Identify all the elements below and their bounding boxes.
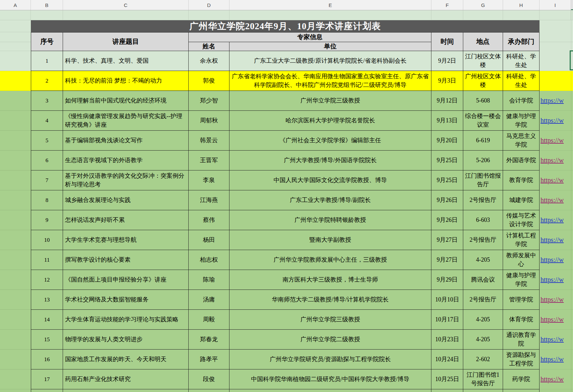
lecture-link[interactable]: https://w — [541, 196, 564, 204]
cell-name[interactable]: 杨田 — [189, 230, 229, 250]
cell-name[interactable]: 段俊 — [189, 369, 229, 389]
cell-time[interactable]: 9月25日 — [431, 170, 463, 190]
cell-unit[interactable]: 广州华立学院研究员/资源勘探与工程学院院长 — [229, 350, 431, 369]
empty-cell[interactable] — [503, 10, 540, 20]
cell-name[interactable]: 王晋军 — [189, 151, 229, 170]
header-topic[interactable]: 讲座题目 — [63, 32, 189, 51]
cell-place[interactable]: 广州校区文体楼 — [463, 71, 503, 91]
cell-link[interactable] — [540, 71, 573, 91]
lecture-link[interactable]: https://w — [541, 117, 564, 124]
cell-no[interactable]: 12 — [31, 270, 63, 290]
cell-unit[interactable]: 暨南大学副教授 — [229, 230, 431, 250]
column-header-D[interactable]: D — [189, 0, 229, 10]
cell-place[interactable]: 2号报告厅 — [463, 230, 503, 250]
cell-topic[interactable] — [63, 389, 189, 392]
lecture-link[interactable]: https://w — [541, 336, 564, 343]
cell-unit[interactable] — [229, 389, 431, 392]
cell-unit[interactable]: 广东省老科学家协会会长、华南应用微生物国家重点实验室主任、原广东省科学院副院长、… — [229, 71, 431, 91]
cell-unit[interactable]: 广州华立学院特聘银龄教授 — [229, 210, 431, 230]
cell-place[interactable]: 江门图书馆1号报告厅 — [463, 369, 503, 389]
cell-time[interactable]: 9月2日 — [431, 51, 463, 71]
column-header-F[interactable]: F — [431, 0, 463, 10]
cell-no[interactable]: 16 — [31, 350, 63, 369]
cell-link[interactable]: https://w — [540, 330, 573, 350]
cell-topic[interactable]: 生态语言学视域下的外语教学 — [63, 151, 189, 170]
cell-unit[interactable]: 华南师范大学二级教授/博导/计算机学院院长 — [229, 290, 431, 310]
cell-place[interactable]: 4-205 — [463, 330, 503, 350]
cell-link[interactable]: https://w — [540, 350, 573, 369]
cell-name[interactable]: 蔡伟 — [189, 210, 229, 230]
cell-dept[interactable]: 健康与护理学院 — [503, 270, 540, 290]
header-place[interactable]: 地点 — [463, 32, 503, 51]
cell-dept[interactable]: 城建学院 — [503, 190, 540, 210]
header-time[interactable]: 时间 — [431, 32, 463, 51]
cell-topic[interactable]: 科技：无尽的前沿 梦想：不竭的动力 — [63, 71, 189, 91]
margin-a-cell[interactable] — [0, 290, 31, 310]
cell-link[interactable]: https://w — [540, 190, 573, 210]
cell-no[interactable]: 17 — [31, 369, 63, 389]
cell-time[interactable] — [431, 389, 463, 392]
margin-a-cell[interactable] — [0, 131, 31, 151]
cell-no[interactable]: 3 — [31, 91, 63, 111]
cell-place[interactable] — [463, 389, 503, 392]
cell-place[interactable]: 4-205 — [463, 250, 503, 270]
cell-name[interactable]: 余永权 — [189, 51, 229, 71]
cell-topic[interactable]: 城乡融合发展理论与实践 — [63, 190, 189, 210]
cell-no[interactable]: 7 — [31, 170, 63, 190]
cell-unit[interactable]: 哈尔滨医科大学护理学院名誉院长 — [229, 111, 431, 131]
cell-topic[interactable]: 《慢性病健康管理发展趋势与研究实践--护理研究视角》讲座 — [63, 111, 189, 131]
cell-link[interactable] — [540, 51, 573, 71]
cell-no[interactable]: 13 — [31, 290, 63, 310]
empty-cell[interactable] — [0, 10, 31, 20]
column-header-I[interactable]: I — [540, 0, 571, 10]
margin-a-cell[interactable] — [0, 369, 31, 389]
header-dept[interactable]: 承办部门 — [503, 32, 540, 51]
cell-topic[interactable]: 国家地质工作发展的昨天、今天和明天 — [63, 350, 189, 369]
cell-unit[interactable]: 广州华立学院教师发展中心主任，三级教授 — [229, 250, 431, 270]
cell-topic[interactable]: 基于编辑部视角浅谈论文写作 — [63, 131, 189, 151]
cell-dept[interactable]: 科研处、学生处 — [503, 51, 540, 71]
margin-a-header[interactable] — [0, 32, 31, 51]
cell-place[interactable]: 6-603 — [463, 210, 503, 230]
cell-place[interactable]: 江门图书馆报告厅 — [463, 170, 503, 190]
lecture-link[interactable]: https://w — [541, 256, 564, 264]
column-header-H[interactable]: H — [503, 0, 540, 10]
cell-link[interactable]: https://w — [540, 369, 573, 389]
cell-time[interactable]: 9月12日 — [431, 91, 463, 111]
cell-dept[interactable]: 马克思主义学院 — [503, 131, 540, 151]
lecture-link[interactable]: https://w — [541, 216, 564, 224]
cell-time[interactable]: 9月27日 — [431, 230, 463, 250]
cell-dept[interactable]: 教师发展中心 — [503, 250, 540, 270]
margin-a-cell[interactable] — [0, 330, 31, 350]
cell-name[interactable]: 郑少智 — [189, 91, 229, 111]
cell-time[interactable]: 9月3日 — [431, 71, 463, 91]
header-no[interactable]: 序号 — [31, 32, 63, 51]
cell-time[interactable]: 10月23日 — [431, 330, 463, 350]
margin-a-cell[interactable] — [0, 190, 31, 210]
empty-cell[interactable] — [463, 10, 503, 20]
cell-no[interactable]: 11 — [31, 250, 63, 270]
cell-time[interactable]: 9月27日 — [431, 250, 463, 270]
empty-cell[interactable] — [31, 10, 63, 20]
cell-no[interactable]: 9 — [31, 210, 63, 230]
margin-a-cell[interactable] — [0, 230, 31, 250]
margin-a-cell[interactable] — [0, 91, 31, 111]
cell-name[interactable]: 韩景云 — [189, 131, 229, 151]
empty-cell[interactable] — [229, 10, 431, 20]
cell-link[interactable] — [540, 389, 573, 392]
cell-dept[interactable]: 计算机工程学院 — [503, 230, 540, 250]
cell-place[interactable]: 2号报告厅 — [463, 290, 503, 310]
cell-dept[interactable]: 会计学院 — [503, 91, 540, 111]
cell-place[interactable]: 综合楼一楼会议室 — [463, 111, 503, 131]
cell-no[interactable]: 15 — [31, 330, 63, 350]
header-unit[interactable]: 单位 — [229, 42, 431, 51]
lecture-link[interactable]: https://w — [541, 296, 564, 303]
cell-topic[interactable]: 怎样说话发声好听不累 — [63, 210, 189, 230]
empty-cell[interactable] — [189, 10, 229, 20]
cell-dept[interactable]: 外国语学院 — [503, 151, 540, 170]
header-name[interactable]: 姓名 — [189, 42, 229, 51]
margin-a-cell[interactable] — [0, 250, 31, 270]
cell-name[interactable]: 李泉 — [189, 170, 229, 190]
cell-name[interactable]: 周郁秋 — [189, 111, 229, 131]
cell-topic[interactable]: 物理学的发展与人类文明进步 — [63, 330, 189, 350]
